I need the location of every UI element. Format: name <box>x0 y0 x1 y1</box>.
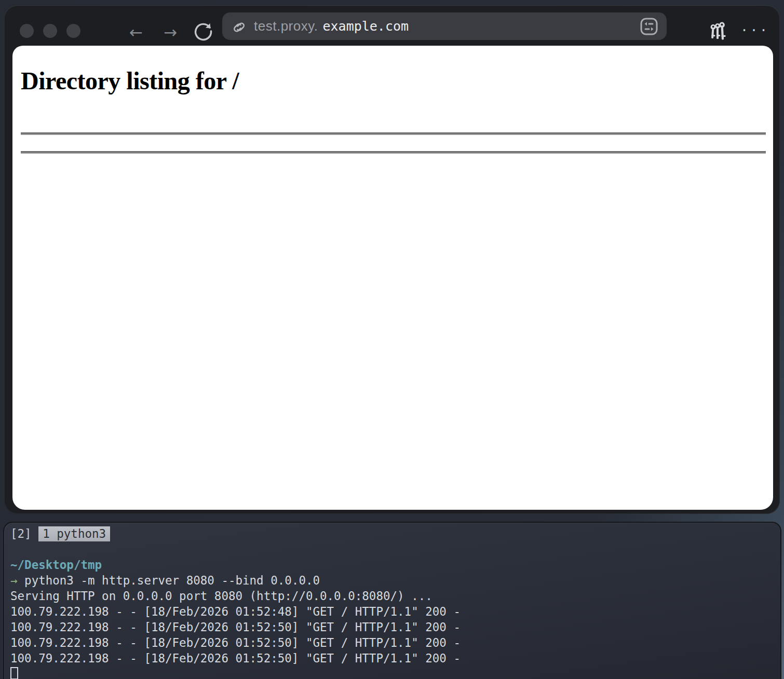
prompt-arrow-icon: → <box>10 574 18 587</box>
password-manager-button[interactable] <box>706 19 731 44</box>
close-window-button[interactable] <box>20 24 34 38</box>
terminal-status-line: [2] 1 python3 <box>10 526 780 541</box>
minimize-window-button[interactable] <box>43 24 57 38</box>
horizontal-rule <box>21 151 766 154</box>
browser-window: ← → test.proxy. example.com <box>4 5 780 514</box>
forward-arrow-icon: → <box>164 23 177 42</box>
terminal-log-line: 100.79.222.198 - - [18/Feb/2026 01:52:48… <box>10 604 780 619</box>
web-page-viewport: Directory listing for / <box>12 46 773 510</box>
terminal-blank-line <box>10 541 780 557</box>
link-icon <box>232 19 246 34</box>
url-text-prefix: test.proxy. <box>254 18 318 34</box>
terminal-prompt-line: → python3 -m http.server 8080 --bind 0.0… <box>10 573 780 588</box>
keys-icon <box>707 20 730 43</box>
active-job-badge: 1 python3 <box>38 526 110 541</box>
terminal-output-line: Serving HTTP on 0.0.0.0 port 8080 (http:… <box>10 588 780 604</box>
ellipsis-icon: ··· <box>737 21 771 39</box>
terminal-cursor <box>10 667 18 679</box>
back-button[interactable]: ← <box>125 21 147 44</box>
collapse-toolbar-button[interactable] <box>639 16 659 37</box>
reload-button[interactable] <box>192 20 215 43</box>
zoom-window-button[interactable] <box>66 24 80 38</box>
forward-button[interactable]: → <box>159 21 182 44</box>
url-text-domain: example.com <box>323 19 409 34</box>
reload-icon <box>194 21 213 41</box>
back-arrow-icon: ← <box>129 23 143 42</box>
terminal-log-line: 100.79.222.198 - - [18/Feb/2026 01:52:50… <box>10 650 780 666</box>
terminal-command: python3 -m http.server 8080 --bind 0.0.0… <box>24 574 320 587</box>
horizontal-rule <box>21 132 766 135</box>
window-controls <box>20 24 80 38</box>
terminal-window[interactable]: [2] 1 python3 ~/Desktop/tmp → python3 -m… <box>3 522 781 679</box>
url-bar[interactable]: test.proxy. example.com <box>222 12 667 40</box>
page-title: Directory listing for / <box>12 66 773 95</box>
terminal-cwd: ~/Desktop/tmp <box>10 557 780 573</box>
terminal-log-line: 100.79.222.198 - - [18/Feb/2026 01:52:50… <box>10 635 780 650</box>
job-index: [2] <box>10 527 32 540</box>
terminal-cursor-line <box>10 666 780 679</box>
terminal-log-line: 100.79.222.198 - - [18/Feb/2026 01:52:50… <box>10 619 780 635</box>
more-menu-button[interactable]: ··· <box>740 17 767 44</box>
collapse-toolbar-icon <box>639 16 659 37</box>
